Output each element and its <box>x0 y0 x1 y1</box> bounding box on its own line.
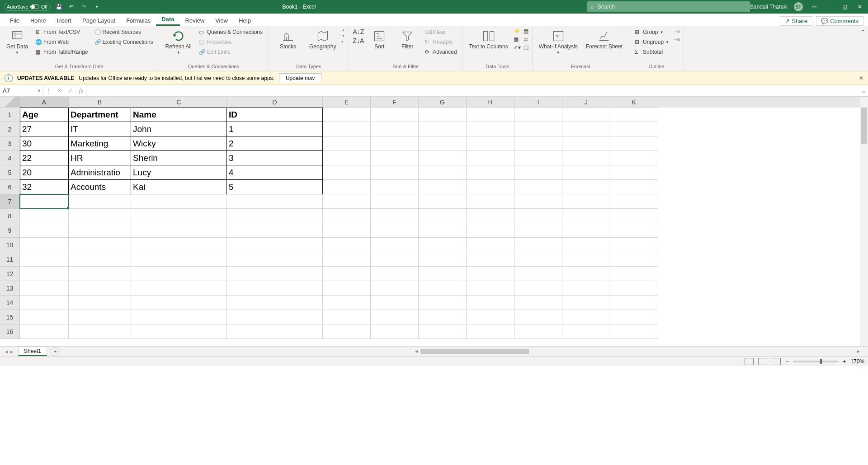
col-header-K[interactable]: K <box>610 97 658 108</box>
cell-K8[interactable] <box>610 209 658 223</box>
col-header-J[interactable]: J <box>562 97 610 108</box>
row-header-11[interactable]: 11 <box>0 252 20 267</box>
cell-E3[interactable] <box>323 136 371 151</box>
refresh-all-button[interactable]: Refresh All ▼ <box>163 28 194 56</box>
zoom-level[interactable]: 170% <box>850 358 864 365</box>
cell-J14[interactable] <box>562 296 610 310</box>
cell-F12[interactable] <box>371 267 419 281</box>
cell-K12[interactable] <box>610 267 658 281</box>
cell-F13[interactable] <box>371 281 419 296</box>
cell-A4[interactable]: 22 <box>20 151 69 165</box>
cell-B5[interactable]: Administratio <box>69 165 131 180</box>
col-header-H[interactable]: H <box>467 97 514 108</box>
cell-E9[interactable] <box>323 223 371 238</box>
cell-H15[interactable] <box>467 310 514 324</box>
cell-D2[interactable]: 1 <box>227 122 323 136</box>
cell-A16[interactable] <box>20 324 69 339</box>
cell-D15[interactable] <box>227 310 323 324</box>
cell-A13[interactable] <box>20 281 69 296</box>
cell-B1[interactable]: Department <box>69 108 131 122</box>
col-header-I[interactable]: I <box>514 97 562 108</box>
cell-A14[interactable] <box>20 296 69 310</box>
forecast-sheet-button[interactable]: Forecast Sheet <box>583 28 625 52</box>
cell-J3[interactable] <box>562 136 610 151</box>
search-box[interactable]: ⌕ Search <box>587 1 750 12</box>
flash-fill-icon[interactable]: ⚡ <box>514 28 521 34</box>
cell-G5[interactable] <box>419 165 467 180</box>
horizontal-scrollbar[interactable]: ◂ ▸ <box>416 348 859 355</box>
sort-asc-icon[interactable]: A↓Z <box>353 28 364 35</box>
cell-C15[interactable] <box>131 310 227 324</box>
cell-E13[interactable] <box>323 281 371 296</box>
cell-D10[interactable] <box>227 238 323 252</box>
col-header-A[interactable]: A <box>20 97 69 108</box>
cell-F5[interactable] <box>371 165 419 180</box>
share-button[interactable]: ↗Share <box>780 16 812 26</box>
cell-D3[interactable]: 2 <box>227 136 323 151</box>
cell-A5[interactable]: 20 <box>20 165 69 180</box>
datatype-scroll-down-icon[interactable]: ▼ <box>341 34 345 38</box>
cell-A12[interactable] <box>20 267 69 281</box>
save-icon[interactable]: 💾 <box>54 2 63 11</box>
cell-B3[interactable]: Marketing <box>69 136 131 151</box>
cell-D12[interactable] <box>227 267 323 281</box>
cell-E8[interactable] <box>323 209 371 223</box>
vscroll-thumb[interactable] <box>861 108 867 144</box>
cell-G6[interactable] <box>419 180 467 194</box>
cell-J9[interactable] <box>562 223 610 238</box>
cell-H8[interactable] <box>467 209 514 223</box>
cell-G15[interactable] <box>419 310 467 324</box>
cell-H3[interactable] <box>467 136 514 151</box>
from-text-csv-button[interactable]: 🗎From Text/CSV <box>33 28 90 36</box>
avatar[interactable]: ST <box>794 2 803 11</box>
show-detail-icon[interactable]: +≡ <box>674 28 680 34</box>
page-layout-view-icon[interactable] <box>758 358 767 365</box>
cell-H12[interactable] <box>467 267 514 281</box>
cell-B4[interactable]: HR <box>69 151 131 165</box>
cell-I1[interactable] <box>514 108 562 122</box>
cell-C13[interactable] <box>131 281 227 296</box>
cell-F11[interactable] <box>371 252 419 267</box>
cell-I6[interactable] <box>514 180 562 194</box>
group-button[interactable]: ⊞Group ▼ <box>633 28 671 36</box>
zoom-slider[interactable] <box>793 361 838 362</box>
data-validation-icon[interactable]: ✓▾ <box>514 44 521 51</box>
cell-B8[interactable] <box>69 209 131 223</box>
row-header-4[interactable]: 4 <box>0 151 20 165</box>
cell-G13[interactable] <box>419 281 467 296</box>
cell-F7[interactable] <box>371 194 419 209</box>
cell-D9[interactable] <box>227 223 323 238</box>
qat-more-icon[interactable]: ▾ <box>92 2 101 11</box>
cell-E4[interactable] <box>323 151 371 165</box>
normal-view-icon[interactable] <box>745 358 754 365</box>
cell-J15[interactable] <box>562 310 610 324</box>
row-header-10[interactable]: 10 <box>0 238 20 252</box>
cell-H4[interactable] <box>467 151 514 165</box>
col-header-G[interactable]: G <box>419 97 467 108</box>
recent-sources-button[interactable]: 🕘Recent Sources <box>93 28 155 36</box>
cell-C6[interactable]: Kai <box>131 180 227 194</box>
sheet-tab-sheet1[interactable]: Sheet1 <box>18 347 47 356</box>
cell-K1[interactable] <box>610 108 658 122</box>
cell-I8[interactable] <box>514 209 562 223</box>
cell-H10[interactable] <box>467 238 514 252</box>
advanced-button[interactable]: ⚙Advanced <box>423 48 458 56</box>
cell-G16[interactable] <box>419 324 467 339</box>
cell-H1[interactable] <box>467 108 514 122</box>
cell-D5[interactable]: 4 <box>227 165 323 180</box>
cell-C4[interactable]: Sherin <box>131 151 227 165</box>
cell-D6[interactable]: 5 <box>227 180 323 194</box>
minimize-icon[interactable]: — <box>825 2 834 11</box>
cell-B7[interactable] <box>69 194 131 209</box>
cell-I7[interactable] <box>514 194 562 209</box>
cell-A3[interactable]: 30 <box>20 136 69 151</box>
cell-B6[interactable]: Accounts <box>69 180 131 194</box>
cell-H16[interactable] <box>467 324 514 339</box>
tab-review[interactable]: Review <box>180 15 210 26</box>
col-header-E[interactable]: E <box>323 97 371 108</box>
cell-D16[interactable] <box>227 324 323 339</box>
from-table-button[interactable]: ▦From Table/Range <box>33 48 90 56</box>
cell-E10[interactable] <box>323 238 371 252</box>
cell-A9[interactable] <box>20 223 69 238</box>
cell-B12[interactable] <box>69 267 131 281</box>
